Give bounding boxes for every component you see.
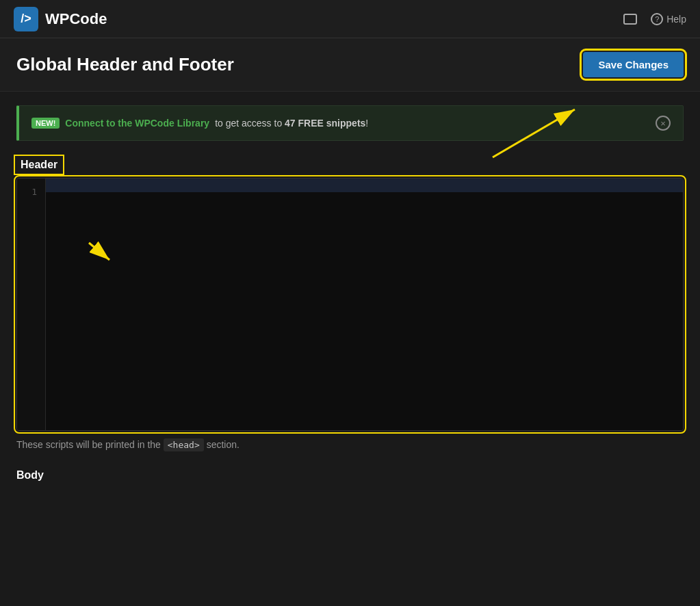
header-code-textarea[interactable] [46, 192, 683, 233]
notice-link[interactable]: Connect to the WPCode Library [65, 118, 209, 129]
code-editor-inner: 1 [17, 179, 683, 430]
header-section-label: Header [16, 157, 62, 172]
notice-close-button[interactable]: × [656, 116, 671, 131]
new-badge: NEW! [31, 118, 60, 129]
top-bar-right: ? Help [623, 13, 686, 25]
body-section-label: Body [16, 469, 684, 482]
top-bar: /> WPCode ? Help [0, 0, 700, 38]
page-title: Global Header and Footer [16, 54, 234, 75]
head-code-tag: <head> [164, 438, 204, 451]
notice-text-post: to get access to 47 FREE snippets! [215, 118, 368, 129]
monitor-icon[interactable] [623, 14, 637, 25]
logo-text: WPCode [45, 10, 107, 28]
notice-highlight: 47 FREE snippets [285, 118, 365, 129]
header-helper-text: These scripts will be printed in the <he… [16, 439, 684, 450]
logo-area: /> WPCode [14, 7, 107, 31]
save-changes-button[interactable]: Save Changes [583, 52, 684, 77]
header-code-editor[interactable]: 1 [16, 178, 684, 431]
code-line-highlight [46, 179, 683, 192]
code-content-area [46, 179, 683, 430]
wpcode-logo-icon: /> [14, 7, 38, 31]
help-circle-icon: ? [651, 13, 663, 25]
help-link[interactable]: ? Help [651, 13, 686, 25]
notice-banner: NEW! Connect to the WPCode Library to ge… [16, 105, 684, 141]
page-header: Global Header and Footer Save Changes [0, 38, 700, 92]
line-numbers: 1 [17, 179, 46, 430]
body-section: Body [16, 469, 684, 482]
main-content: NEW! Connect to the WPCode Library to ge… [0, 92, 700, 501]
header-section: Header 1 These scripts will be printed i… [16, 157, 684, 450]
notice-content: NEW! Connect to the WPCode Library to ge… [31, 118, 368, 129]
